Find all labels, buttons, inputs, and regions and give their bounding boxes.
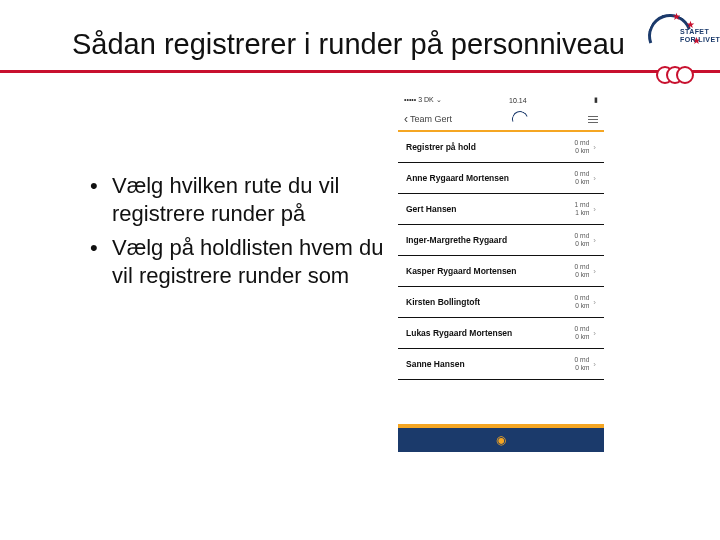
phone-screenshot: ••••• 3 DK ⌄ 10.14 ▮ Team Gert Registrer… — [398, 92, 604, 452]
nav-bar: Team Gert — [398, 108, 604, 130]
app-logo-icon — [509, 108, 530, 129]
page-title: Sådan registrerer i runder på personnive… — [72, 28, 625, 61]
status-bar: ••••• 3 DK ⌄ 10.14 ▮ — [398, 92, 604, 108]
row-name: Lukas Rygaard Mortensen — [406, 328, 512, 338]
list-item[interactable]: Kirsten Bollingtoft 0 rnd0 km› — [398, 287, 604, 318]
status-left: ••••• 3 DK ⌄ — [404, 96, 442, 104]
back-button[interactable]: Team Gert — [404, 112, 452, 126]
list-item[interactable]: Lukas Rygaard Mortensen 0 rnd0 km› — [398, 318, 604, 349]
row-name: Sanne Hansen — [406, 359, 465, 369]
star-icon: ★ — [672, 12, 681, 22]
status-time: 10.14 — [509, 97, 527, 104]
chevron-right-icon: › — [593, 143, 596, 152]
logo-text: STAFET FOR LIVET — [680, 28, 720, 44]
list-item[interactable]: Sanne Hansen 0 rnd0 km› — [398, 349, 604, 380]
list-item[interactable]: Anne Rygaard Mortensen 0 rnd0 km› — [398, 163, 604, 194]
row-name: Anne Rygaard Mortensen — [406, 173, 509, 183]
chevron-right-icon: › — [593, 174, 596, 183]
row-name: Registrer på hold — [406, 142, 476, 152]
list-item[interactable]: Kasper Rygaard Mortensen 0 rnd0 km› — [398, 256, 604, 287]
phone-bottom: ◉ — [398, 424, 604, 452]
list-item: Vælg på holdlisten hvem du vil registrer… — [90, 234, 400, 290]
row-name: Gert Hansen — [406, 204, 457, 214]
chevron-right-icon: › — [593, 329, 596, 338]
tab-bar[interactable]: ◉ — [398, 428, 604, 452]
row-name: Kasper Rygaard Mortensen — [406, 266, 517, 276]
list-item[interactable]: Inger-Margrethe Rygaard 0 rnd0 km› — [398, 225, 604, 256]
list-item: Vælg hvilken rute du vil registrere rund… — [90, 172, 400, 228]
stafet-for-livet-logo: ★ ★ ★ STAFET FOR LIVET — [626, 8, 708, 86]
hamburger-icon[interactable] — [588, 116, 598, 123]
tab-center-icon: ◉ — [496, 433, 506, 447]
chevron-right-icon: › — [593, 298, 596, 307]
row-name: Kirsten Bollingtoft — [406, 297, 480, 307]
status-right: ▮ — [594, 96, 598, 104]
bullet-list: Vælg hvilken rute du vil registrere rund… — [50, 172, 400, 296]
rings-icon — [656, 66, 706, 86]
chevron-right-icon: › — [593, 360, 596, 369]
chevron-right-icon: › — [593, 267, 596, 276]
list-item[interactable]: Registrer på hold 0 rnd0 km› — [398, 132, 604, 163]
row-name: Inger-Margrethe Rygaard — [406, 235, 507, 245]
title-underline — [0, 70, 720, 73]
chevron-right-icon: › — [593, 205, 596, 214]
chevron-right-icon: › — [593, 236, 596, 245]
slide: Sådan registrerer i runder på personnive… — [0, 0, 720, 540]
team-list: Registrer på hold 0 rnd0 km› Anne Rygaar… — [398, 132, 604, 380]
list-item[interactable]: Gert Hansen 1 rnd1 km› — [398, 194, 604, 225]
